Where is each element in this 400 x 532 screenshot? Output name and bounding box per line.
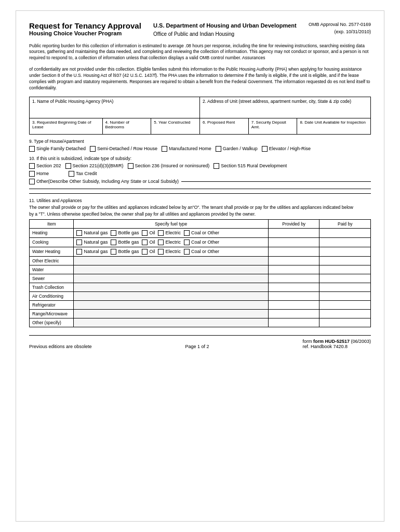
fuel-options-cooking: Natural gas Bottle gas Oil Electric Coal… [76, 240, 265, 245]
cb-oil-heating[interactable] [142, 230, 148, 236]
option-semi-detached[interactable]: Semi-Detached / Row House [90, 146, 157, 152]
opt-bottle-gas-cooking[interactable]: Bottle gas [111, 240, 139, 245]
opt-oil-heating[interactable]: Oil [142, 230, 155, 236]
paid-by-heating[interactable] [319, 228, 371, 237]
office-name: Office of Public and Indian Housing [153, 31, 234, 37]
cb-bottle-gas-cooking[interactable] [111, 240, 116, 245]
footer-left: Previous editions are obsolete [29, 344, 92, 349]
provided-by-water-heating[interactable] [268, 247, 319, 256]
option-section515[interactable]: Section 515 Rural Development [214, 163, 287, 169]
paid-by-range[interactable] [319, 309, 371, 318]
option-manufactured-home[interactable]: Manufactured Home [162, 146, 211, 152]
paid-by-other-electric[interactable] [319, 256, 371, 265]
option-elevator-high-rise[interactable]: Elevator / High-Rise [262, 146, 311, 152]
checkbox-section202[interactable] [29, 163, 35, 169]
checkbox-semi-detached[interactable] [90, 146, 96, 152]
cb-electric-water[interactable] [158, 249, 164, 255]
paid-by-water[interactable] [319, 265, 371, 274]
opt-coal-cooking[interactable]: Coal or Other [184, 240, 219, 245]
opt-natural-gas-water[interactable]: Natural gas [76, 249, 108, 255]
table-row: Heating Natural gas Bottle gas Oil Elect… [30, 228, 371, 237]
opt-oil-water[interactable]: Oil [142, 249, 155, 255]
cb-natural-gas-cooking[interactable] [76, 240, 82, 245]
item-sewer: Sewer [30, 274, 74, 283]
provided-by-other-electric[interactable] [268, 256, 319, 265]
provided-by-range[interactable] [268, 309, 319, 318]
opt-coal-water[interactable]: Coal or Other [184, 249, 219, 255]
cb-coal-cooking[interactable] [184, 240, 190, 245]
cb-electric-heating[interactable] [158, 230, 164, 236]
checkbox-elevator-high-rise[interactable] [262, 146, 268, 152]
option-tax-credit-label: Tax Credit [76, 171, 97, 176]
checkbox-single-family[interactable] [29, 146, 35, 152]
year-constructed-cell: 5. Year Constructed [151, 118, 200, 134]
fuel-other-specify [74, 318, 268, 327]
divider-1 [29, 189, 371, 189]
provided-by-refrigerator[interactable] [268, 300, 319, 309]
cb-oil-cooking[interactable] [142, 240, 148, 245]
provided-by-trash[interactable] [268, 283, 319, 291]
provided-by-water[interactable] [268, 265, 319, 274]
cb-oil-water[interactable] [142, 249, 148, 255]
provided-by-heating[interactable] [268, 228, 319, 237]
checkbox-section221[interactable] [65, 163, 71, 169]
opt-natural-gas-cooking[interactable]: Natural gas [76, 240, 108, 245]
option-tax-credit[interactable]: Tax Credit [69, 171, 97, 177]
cb-coal-water[interactable] [184, 249, 190, 255]
security-deposit-label: 7. Security Deposit Amt. [251, 120, 286, 129]
paid-by-sewer[interactable] [319, 274, 371, 283]
option-section221[interactable]: Section 221(d)(3)(BMIR) [65, 163, 124, 169]
provided-by-other-specify[interactable] [268, 318, 319, 327]
paid-by-refrigerator[interactable] [319, 300, 371, 309]
checkbox-tax-credit[interactable] [69, 171, 74, 177]
form-subtitle: Housing Choice Voucher Program [29, 30, 141, 36]
section10-row2: Home Tax Credit [29, 171, 371, 177]
option-garden-walkup[interactable]: Garden / Walkup [216, 146, 258, 152]
other-subsidy-line [181, 181, 371, 182]
bedrooms-cell: 4. Number of Bedrooms [103, 118, 152, 134]
option-section236[interactable]: Section 236 (Insured or noninsured) [128, 163, 210, 169]
field-row-2: 3. Requested Beginning Date of Lease 4. … [29, 118, 371, 135]
opt-bottle-gas-water[interactable]: Bottle gas [111, 249, 139, 255]
checkbox-manufactured-home[interactable] [162, 146, 167, 152]
cb-natural-gas-water[interactable] [76, 249, 82, 255]
paid-by-ac[interactable] [319, 291, 371, 300]
opt-oil-cooking[interactable]: Oil [142, 240, 155, 245]
util-note-1: The owner shall provide or pay for the u… [29, 205, 371, 210]
provided-by-sewer[interactable] [268, 274, 319, 283]
item-range: Range/Microwave [30, 309, 74, 318]
option-other[interactable]: Other [29, 179, 48, 184]
cb-natural-gas-heating[interactable] [76, 230, 82, 236]
paid-by-cooking[interactable] [319, 237, 371, 247]
paid-by-trash[interactable] [319, 283, 371, 291]
checkbox-other[interactable] [29, 179, 35, 184]
opt-coal-heating[interactable]: Coal or Other [184, 230, 219, 236]
option-single-family[interactable]: Single Family Detached [29, 146, 86, 152]
checkbox-home[interactable] [29, 171, 35, 177]
cb-bottle-gas-water[interactable] [111, 249, 116, 255]
table-row: Sewer [30, 274, 371, 283]
checkbox-section515[interactable] [214, 163, 219, 169]
option-section202[interactable]: Section 202 [29, 163, 61, 169]
provided-by-cooking[interactable] [268, 237, 319, 247]
opt-natural-gas-heating[interactable]: Natural gas [76, 230, 108, 236]
paid-by-water-heating[interactable] [319, 247, 371, 256]
omb-number: OMB Approval No. 2577-0169 [309, 21, 371, 29]
opt-electric-cooking[interactable]: Electric [158, 240, 181, 245]
option-home[interactable]: Home [29, 171, 49, 177]
checkbox-section236[interactable] [128, 163, 134, 169]
opt-bottle-gas-heating[interactable]: Bottle gas [111, 230, 139, 236]
date-available-label: 8. Date Unit Available for Inspection [300, 120, 366, 125]
opt-electric-heating[interactable]: Electric [158, 230, 181, 236]
cb-coal-heating[interactable] [184, 230, 190, 236]
body-paragraph-1: Public reporting burden for this collect… [29, 43, 371, 62]
fuel-other-electric [74, 256, 268, 265]
paid-by-other-specify[interactable] [319, 318, 371, 327]
form-page: Request for Tenancy Approval Housing Cho… [16, 10, 384, 522]
fuel-options-heating: Natural gas Bottle gas Oil Electric Coal… [76, 230, 265, 236]
cb-bottle-gas-heating[interactable] [111, 230, 116, 236]
opt-electric-water[interactable]: Electric [158, 249, 181, 255]
provided-by-ac[interactable] [268, 291, 319, 300]
checkbox-garden-walkup[interactable] [216, 146, 221, 152]
cb-electric-cooking[interactable] [158, 240, 164, 245]
